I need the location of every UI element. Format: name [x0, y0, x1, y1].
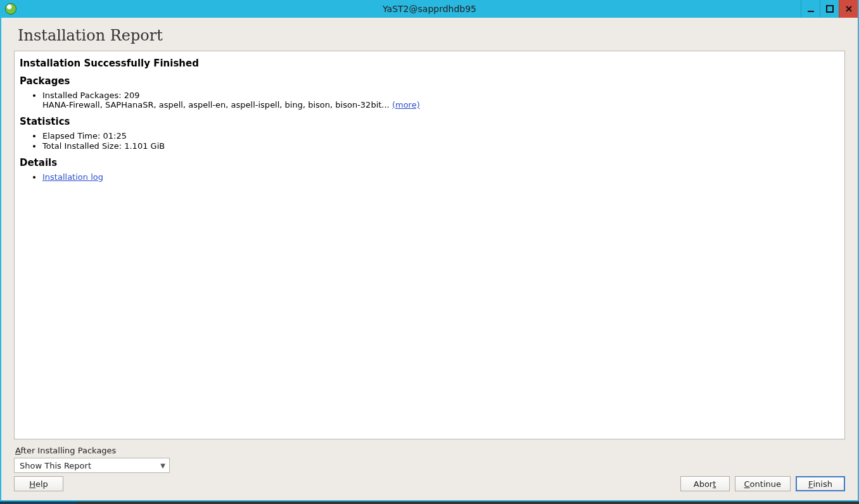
- statistics-heading: Statistics: [20, 116, 839, 127]
- details-list: Installation log: [42, 172, 839, 182]
- details-heading: Details: [20, 157, 839, 168]
- help-rest: elp: [35, 479, 48, 489]
- after-install-label: After Installing Packages: [15, 446, 845, 455]
- packages-preview: HANA-Firewall, SAPHanaSR, aspell, aspell…: [42, 100, 392, 110]
- yast-window: YaST2@sapprdhdb95 Installation Report In…: [0, 0, 859, 501]
- finish-button[interactable]: Finish: [796, 476, 845, 491]
- abort-pre: Abor: [694, 479, 713, 489]
- elapsed-time-item: Elapsed Time: 01:25: [42, 131, 839, 141]
- window-title: YaST2@sapprdhdb95: [1, 4, 858, 14]
- finish-accel: F: [808, 479, 813, 489]
- installed-count: 209: [124, 91, 140, 100]
- page-title: Installation Report: [18, 27, 845, 44]
- dropdown-selected: Show This Report: [20, 461, 91, 470]
- button-bar: Help Abort Continue Finish: [14, 474, 845, 494]
- titlebar[interactable]: YaST2@sapprdhdb95: [1, 0, 858, 18]
- continue-button[interactable]: Continue: [735, 476, 791, 491]
- after-label-rest: fter Installing Packages: [20, 446, 116, 455]
- content-area: Installation Report Installation Success…: [14, 25, 845, 494]
- statistics-list: Elapsed Time: 01:25 Total Installed Size…: [42, 131, 839, 151]
- status-heading: Installation Successfully Finished: [20, 58, 839, 69]
- packages-heading: Packages: [20, 75, 839, 87]
- after-install-dropdown[interactable]: Show This Report ▼: [14, 458, 170, 473]
- help-accel: H: [29, 479, 35, 489]
- size-value: 1.101 GiB: [124, 141, 165, 151]
- installed-label: Installed Packages:: [42, 91, 124, 100]
- packages-more-link[interactable]: (more): [392, 100, 420, 110]
- continue-rest: ontinue: [750, 479, 781, 489]
- abort-button[interactable]: Abort: [680, 476, 730, 491]
- size-label: Total Installed Size:: [42, 141, 124, 151]
- installation-log-link[interactable]: Installation log: [42, 172, 103, 182]
- installed-packages-item: Installed Packages: 209 HANA-Firewall, S…: [42, 91, 839, 110]
- chevron-down-icon: ▼: [160, 462, 165, 469]
- elapsed-value: 01:25: [103, 131, 127, 141]
- abort-accel: t: [713, 479, 716, 489]
- packages-list: Installed Packages: 209 HANA-Firewall, S…: [42, 91, 839, 110]
- installation-log-item: Installation log: [42, 172, 839, 182]
- report-panel: Installation Successfully Finished Packa…: [14, 51, 845, 439]
- elapsed-label: Elapsed Time:: [42, 131, 103, 141]
- continue-accel: C: [744, 479, 750, 489]
- help-button[interactable]: Help: [14, 476, 63, 491]
- taskbar-sliver: [0, 501, 76, 504]
- finish-rest: inish: [813, 479, 832, 489]
- installed-size-item: Total Installed Size: 1.101 GiB: [42, 141, 839, 151]
